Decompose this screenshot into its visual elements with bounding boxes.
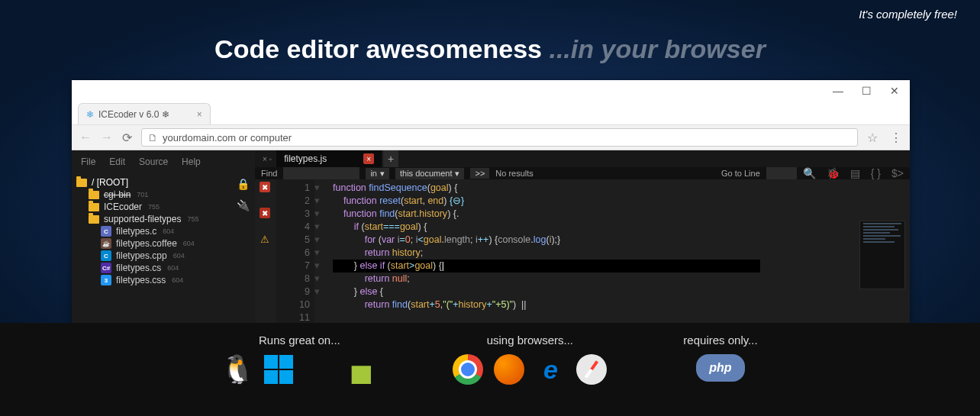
tree-row[interactable]: supported-filetypes755 <box>76 213 250 225</box>
terminal-icon[interactable]: $> <box>891 167 904 179</box>
chrome-icon <box>453 354 483 385</box>
file-tab-close-icon[interactable]: × <box>363 153 374 164</box>
menu-edit[interactable]: Edit <box>109 156 125 167</box>
tree-row[interactable]: ICEcoder755 <box>76 201 250 213</box>
minimap[interactable] <box>859 221 905 289</box>
footer-heading-os: Runs great on... <box>222 334 376 347</box>
new-tab-button[interactable]: + <box>383 150 398 167</box>
maximize-icon[interactable]: ☐ <box>862 85 872 97</box>
find-scope-select[interactable]: this document ▾ <box>395 168 464 179</box>
file-tree: / [ROOT]cgi-bin701ICEcoder755supported-f… <box>72 173 255 286</box>
address-bar[interactable]: 🗋 yourdomain.com or computer <box>141 128 858 147</box>
goto-line-input[interactable] <box>766 167 797 179</box>
bug-icon[interactable]: 🐞 <box>827 167 840 179</box>
minimize-icon[interactable]: — <box>833 85 843 97</box>
tree-row[interactable]: 3filetypes.css604 <box>76 274 250 286</box>
browser-tab[interactable]: ❄ ICEcoder v 6.0 ❄ × <box>78 103 211 124</box>
layout-icon[interactable]: ▤ <box>850 167 860 179</box>
close-icon[interactable]: ✕ <box>890 85 899 97</box>
code-editor-app: FileEditSourceHelp / [ROOT]cgi-bin701ICE… <box>72 150 910 323</box>
menu-file[interactable]: File <box>81 156 95 167</box>
tree-row[interactable]: ☕filetypes.coffee604 <box>76 237 250 250</box>
find-input[interactable] <box>283 167 359 179</box>
find-scope-in[interactable]: in ▾ <box>366 168 389 179</box>
bookmark-icon[interactable]: ☆ <box>867 131 878 145</box>
file-tabs: × ◦ filetypes.js × + <box>255 150 910 167</box>
lock-icon[interactable]: 🔒 <box>237 178 250 190</box>
footer: Runs great on... 🐧 ▅ using browsers... e… <box>0 323 980 416</box>
tree-row[interactable]: C#filetypes.cs604 <box>76 262 250 274</box>
back-icon[interactable]: ← <box>79 131 92 144</box>
tab-prev-icon[interactable]: × ◦ <box>260 155 275 163</box>
tab-close-icon[interactable]: × <box>197 109 202 120</box>
open-file-tab[interactable]: filetypes.js × <box>276 150 382 167</box>
line-gutter: 123456789101112 <box>276 179 314 323</box>
android-icon: ▅ <box>346 354 376 385</box>
tab-title: ICEcoder v 6.0 ❄ <box>98 109 169 120</box>
tree-row[interactable]: Cfiletypes.cpp604 <box>76 250 250 262</box>
forward-icon[interactable]: → <box>101 131 113 144</box>
edge-icon: e <box>535 354 566 385</box>
find-result: No results <box>495 169 534 178</box>
tree-row[interactable]: Cfiletypes.c604 <box>76 225 250 237</box>
search-icon[interactable]: 🔍 <box>803 167 816 179</box>
safari-icon <box>576 354 607 385</box>
fold-gutter[interactable]: ▾▾▾▾▾▾▾▾▾ <box>314 179 330 323</box>
braces-icon[interactable]: { } <box>871 167 881 179</box>
footer-heading-req: requires only... <box>683 334 757 347</box>
linux-icon: 🐧 <box>222 354 253 385</box>
sidebar: FileEditSourceHelp / [ROOT]cgi-bin701ICE… <box>72 150 255 323</box>
page-icon: 🗋 <box>148 132 158 144</box>
headline: Code editor awesomeness ...in your brows… <box>0 34 980 64</box>
reload-icon[interactable]: ⟳ <box>122 131 132 145</box>
windows-icon <box>263 354 294 385</box>
find-go-button[interactable]: >> <box>470 168 489 179</box>
goto-line-label: Go to Line <box>721 169 760 178</box>
tree-row[interactable]: / [ROOT] <box>76 176 250 189</box>
find-bar: Find in ▾ this document ▾ >> No results … <box>255 167 910 179</box>
firefox-icon <box>494 354 524 385</box>
menu-icon[interactable]: ⋮ <box>890 131 902 145</box>
footer-heading-browsers: using browsers... <box>453 334 607 347</box>
menu-help[interactable]: Help <box>182 156 201 167</box>
tree-row[interactable]: cgi-bin701 <box>76 189 250 201</box>
free-banner: It's completely free! <box>859 8 957 21</box>
plug-icon[interactable]: 🔌 <box>237 199 250 211</box>
php-icon: php <box>696 354 745 382</box>
apple-icon <box>305 354 335 385</box>
menubar: FileEditSourceHelp <box>72 150 255 173</box>
browser-window: — ☐ ✕ ❄ ICEcoder v 6.0 ❄ × ← → ⟳ 🗋 yourd… <box>72 80 910 323</box>
snowflake-icon: ❄ <box>86 109 94 120</box>
menu-source[interactable]: Source <box>139 156 168 167</box>
code-area[interactable]: ✖✖⚠ 123456789101112 ▾▾▾▾▾▾▾▾▾ function f… <box>255 179 910 323</box>
